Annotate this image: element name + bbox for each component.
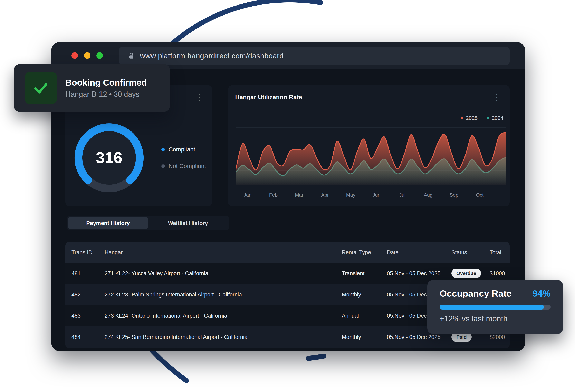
donut-value: 316 xyxy=(70,119,148,197)
legend-item-compliant: Compliant xyxy=(161,146,206,153)
cell-total: $2000 xyxy=(490,334,510,340)
column-header: Rental Type xyxy=(342,249,387,256)
x-axis-label: Sep xyxy=(450,192,458,198)
cell-rental-type: Transient xyxy=(342,270,387,277)
legend-dot-icon xyxy=(487,117,489,119)
x-axis-label: May xyxy=(346,192,356,198)
legend-label: 2025 xyxy=(466,115,478,121)
lock-icon xyxy=(128,52,135,60)
x-axis-label: Apr xyxy=(321,192,329,198)
cell-date: 05.Nov - 05.Dec 2025 xyxy=(387,270,452,277)
cell-hangar: 273 KL24- Ontario International Airport … xyxy=(105,313,342,319)
x-axis-label: Jun xyxy=(373,192,381,198)
minimize-button[interactable] xyxy=(84,52,91,59)
x-axis-label: Feb xyxy=(269,192,278,198)
cell-hangar: 272 KL23- Palm Springs International Air… xyxy=(105,292,342,298)
compliance-card-body: 316 Compliant Not Compliant xyxy=(65,109,212,206)
area-chart-svg xyxy=(236,123,505,191)
legend-label: 2024 xyxy=(492,115,503,121)
kebab-menu-icon[interactable]: ⋮ xyxy=(491,93,503,101)
occupancy-progress-fill xyxy=(440,305,544,309)
legend-label: Not Compliant xyxy=(168,163,206,169)
window-controls xyxy=(72,52,103,59)
check-icon xyxy=(32,79,50,97)
column-header: Total xyxy=(490,249,510,256)
utilization-legend: 2025 2024 xyxy=(228,109,510,121)
column-header: Date xyxy=(387,249,452,256)
cell-date: 05.Nov - 05.Dec 2025 xyxy=(387,334,452,340)
maximize-button[interactable] xyxy=(96,52,103,59)
url-text: www.platform.hangardirect.com/dashboard xyxy=(140,52,284,60)
legend-item-2025: 2025 xyxy=(461,115,478,121)
utilization-card: Hangar Utilization Rate ⋮ 2025 2024 xyxy=(228,85,510,207)
cell-status: Overdue xyxy=(452,269,490,278)
legend-item-2024: 2024 xyxy=(487,115,503,121)
legend-dot-icon xyxy=(461,117,463,119)
cell-hangar: 271 KL22- Yucca Valley Airport - Califor… xyxy=(105,270,342,277)
legend-item-not-compliant: Not Compliant xyxy=(161,163,206,169)
toast-title: Booking Confirmed xyxy=(65,78,147,88)
x-axis-label: Jan xyxy=(244,192,252,198)
donut-chart: 316 xyxy=(70,119,148,197)
area-chart xyxy=(236,123,505,191)
tab-payment-history[interactable]: Payment History xyxy=(68,217,148,229)
url-bar[interactable]: www.platform.hangardirect.com/dashboard xyxy=(119,46,510,65)
cell-rental-type: Monthly xyxy=(342,292,387,298)
occupancy-rate-card: Occupancy Rate 94% +12% vs last month xyxy=(427,280,563,334)
cell-trans-id: 483 xyxy=(72,313,105,319)
column-header: Status xyxy=(452,249,490,256)
utilization-card-title: Hangar Utilization Rate xyxy=(235,94,302,101)
toast-text: Booking Confirmed Hangar B-12 • 30 days xyxy=(65,78,147,99)
cell-hangar: 274 KL25- San Bernardino International A… xyxy=(105,334,342,340)
cell-trans-id: 482 xyxy=(72,292,105,298)
legend-dot-icon xyxy=(161,148,165,151)
column-header: Hangar xyxy=(105,249,342,256)
x-axis-labels: JanFebMarAprMayJunJulAugSepOct xyxy=(236,192,505,200)
occupancy-header: Occupancy Rate 94% xyxy=(440,288,551,299)
status-badge: Overdue xyxy=(452,269,481,278)
booking-confirmed-toast: Booking Confirmed Hangar B-12 • 30 days xyxy=(14,64,170,112)
history-tabs: Payment History Waitlist History xyxy=(67,216,229,230)
x-axis-label: Jul xyxy=(399,192,406,198)
cell-rental-type: Annual xyxy=(342,313,387,319)
table-header: Trans.ID Hangar Rental Type Date Status … xyxy=(65,242,510,263)
tab-waitlist-history[interactable]: Waitlist History xyxy=(148,217,228,229)
cell-rental-type: Monthly xyxy=(342,334,387,340)
legend-dot-icon xyxy=(161,164,165,168)
close-button[interactable] xyxy=(72,52,78,59)
legend-label: Compliant xyxy=(168,146,195,153)
cell-trans-id: 481 xyxy=(72,270,105,277)
x-axis-label: Mar xyxy=(295,192,303,198)
cell-total: $1000 xyxy=(490,270,510,277)
x-axis-label: Aug xyxy=(424,192,433,198)
occupancy-value: 94% xyxy=(532,288,551,299)
cell-trans-id: 484 xyxy=(72,334,105,340)
occupancy-title: Occupancy Rate xyxy=(440,288,512,299)
compliance-legend: Compliant Not Compliant xyxy=(161,146,206,169)
success-icon-box xyxy=(25,72,57,104)
occupancy-progress-bar xyxy=(440,305,551,309)
toast-subtitle: Hangar B-12 • 30 days xyxy=(65,90,147,99)
utilization-card-header: Hangar Utilization Rate ⋮ xyxy=(228,85,510,109)
kebab-menu-icon[interactable]: ⋮ xyxy=(193,93,205,101)
column-header: Trans.ID xyxy=(72,249,105,256)
x-axis-label: Oct xyxy=(476,192,483,198)
occupancy-delta: +12% vs last month xyxy=(440,314,551,323)
